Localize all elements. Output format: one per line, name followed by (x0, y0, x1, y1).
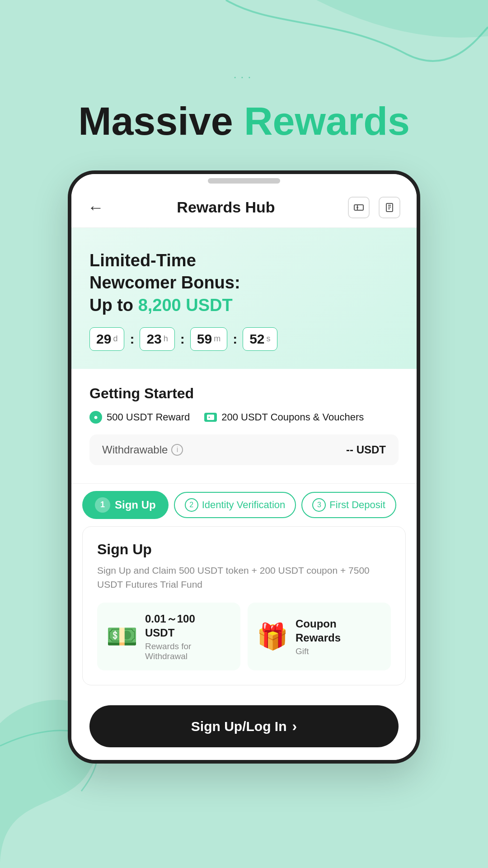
signup-login-label: Sign Up/Log In (191, 719, 287, 734)
back-button[interactable]: ← (88, 198, 104, 217)
tab-identity[interactable]: 2 Identity Verification (174, 492, 296, 518)
signup-card-title: Sign Up (97, 541, 391, 558)
page-headline: Massive Rewards (78, 99, 410, 143)
getting-started-title: Getting Started (89, 385, 399, 402)
money-emoji: 💵 (106, 624, 138, 649)
reward-card-2-sub: Gift (296, 646, 341, 656)
tab-signup-label: Sign Up (115, 499, 156, 511)
gift-emoji: 🎁 (257, 624, 288, 649)
step-1-num: 1 (95, 497, 110, 513)
signup-card-desc: Sign Up and Claim 500 USDT token + 200 U… (97, 563, 391, 592)
reward-card-2-info: CouponRewards Gift (296, 617, 341, 656)
reward-card-2: 🎁 CouponRewards Gift (248, 603, 391, 670)
timer-colon-1: : (130, 331, 134, 347)
info-icon[interactable]: i (171, 444, 183, 456)
svg-point-8 (209, 416, 210, 418)
rewards-list: ● 500 USDT Reward 200 USDT Coupons & Vou… (89, 411, 399, 424)
banner-title-line1: Limited-Time Newcomer Bonus: Up to 8,200… (89, 250, 399, 316)
withdrawable-box: Withdrawable i -- USDT (89, 434, 399, 465)
timer-colon-2: : (180, 331, 185, 347)
reward-2-label: 200 USDT Coupons & Vouchers (221, 411, 364, 423)
tab-deposit[interactable]: 3 First Deposit (301, 492, 396, 518)
svg-point-2 (357, 207, 358, 208)
getting-started-section: Getting Started ● 500 USDT Reward 200 US… (71, 369, 417, 483)
notch-bar (208, 178, 280, 184)
app-title: Rewards Hub (177, 198, 275, 216)
steps-tabs: 1 Sign Up 2 Identity Verification 3 Firs… (71, 483, 417, 526)
header-icons (348, 197, 400, 218)
reward-ticket-icon (204, 413, 217, 422)
countdown-timer: 29 d : 23 h : 59 m : 52 s (89, 327, 399, 351)
ticket-icon[interactable] (348, 197, 370, 218)
reward-card-1-sub: Rewards forWithdrawal (145, 642, 195, 661)
timer-colon-3: : (233, 331, 237, 347)
phone-mockup: ← Rewards Hub (68, 170, 420, 764)
withdrawable-label: Withdrawable i (102, 443, 183, 456)
reward-item-2: 200 USDT Coupons & Vouchers (204, 411, 364, 423)
timer-hours: 23 h (140, 327, 174, 351)
headline-prefix: Massive (78, 99, 244, 143)
withdrawable-value: -- USDT (346, 443, 386, 456)
arrow-icon: › (292, 718, 297, 735)
tab-signup[interactable]: 1 Sign Up (82, 491, 169, 519)
step-3-num: 3 (312, 498, 326, 512)
reward-1-label: 500 USDT Reward (107, 411, 190, 423)
signup-card: Sign Up Sign Up and Claim 500 USDT token… (82, 526, 406, 685)
reward-card-1: 💵 0.01～100USDT Rewards forWithdrawal (97, 603, 240, 670)
banner-amount: 8,200 USDT (138, 296, 233, 315)
tab-deposit-label: First Deposit (329, 499, 385, 511)
phone-notch (71, 174, 417, 188)
headline-highlight: Rewards (244, 99, 410, 143)
reward-card-1-title: 0.01～100USDT (145, 612, 195, 640)
signup-login-button[interactable]: Sign Up/Log In › (89, 705, 399, 747)
app-header: ← Rewards Hub (71, 188, 417, 228)
timer-minutes: 59 m (190, 327, 227, 351)
reward-item-1: ● 500 USDT Reward (89, 411, 190, 424)
reward-card-1-info: 0.01～100USDT Rewards forWithdrawal (145, 612, 195, 661)
step-2-num: 2 (185, 498, 198, 512)
banner-section: Limited-Time Newcomer Bonus: Up to 8,200… (71, 228, 417, 369)
timer-seconds: 52 s (243, 327, 277, 351)
bottom-button-wrap: Sign Up/Log In › (71, 696, 417, 760)
timer-days: 29 d (89, 327, 124, 351)
tab-identity-label: Identity Verification (202, 499, 286, 511)
reward-green-icon: ● (89, 411, 102, 424)
svg-rect-0 (354, 205, 363, 210)
svg-rect-7 (207, 415, 214, 420)
clipboard-icon[interactable] (379, 197, 400, 218)
reward-card-2-title: CouponRewards (296, 617, 341, 645)
reward-cards-row: 💵 0.01～100USDT Rewards forWithdrawal 🎁 C… (97, 603, 391, 670)
